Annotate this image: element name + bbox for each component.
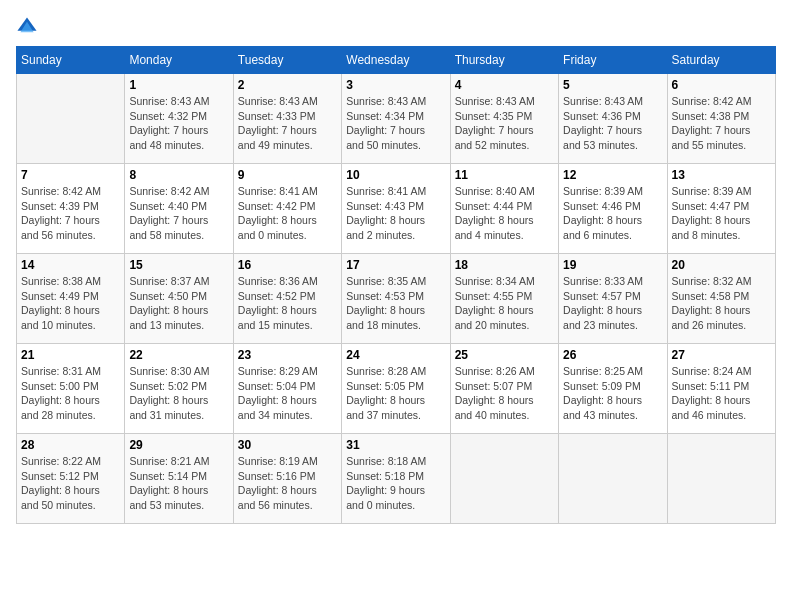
day-info: Sunrise: 8:39 AMSunset: 4:46 PMDaylight:… bbox=[563, 184, 662, 243]
day-number: 25 bbox=[455, 348, 554, 362]
day-info: Sunrise: 8:35 AMSunset: 4:53 PMDaylight:… bbox=[346, 274, 445, 333]
calendar-table: SundayMondayTuesdayWednesdayThursdayFrid… bbox=[16, 46, 776, 524]
day-header-friday: Friday bbox=[559, 47, 667, 74]
day-header-tuesday: Tuesday bbox=[233, 47, 341, 74]
calendar-week-row: 7Sunrise: 8:42 AMSunset: 4:39 PMDaylight… bbox=[17, 164, 776, 254]
logo bbox=[16, 16, 42, 38]
day-number: 3 bbox=[346, 78, 445, 92]
calendar-cell: 7Sunrise: 8:42 AMSunset: 4:39 PMDaylight… bbox=[17, 164, 125, 254]
day-number: 16 bbox=[238, 258, 337, 272]
day-number: 5 bbox=[563, 78, 662, 92]
day-info: Sunrise: 8:43 AMSunset: 4:33 PMDaylight:… bbox=[238, 94, 337, 153]
day-number: 10 bbox=[346, 168, 445, 182]
day-number: 15 bbox=[129, 258, 228, 272]
day-info: Sunrise: 8:43 AMSunset: 4:36 PMDaylight:… bbox=[563, 94, 662, 153]
calendar-cell bbox=[17, 74, 125, 164]
day-number: 13 bbox=[672, 168, 771, 182]
day-info: Sunrise: 8:19 AMSunset: 5:16 PMDaylight:… bbox=[238, 454, 337, 513]
calendar-week-row: 28Sunrise: 8:22 AMSunset: 5:12 PMDayligh… bbox=[17, 434, 776, 524]
day-header-saturday: Saturday bbox=[667, 47, 775, 74]
day-number: 19 bbox=[563, 258, 662, 272]
day-number: 20 bbox=[672, 258, 771, 272]
day-header-sunday: Sunday bbox=[17, 47, 125, 74]
calendar-cell: 21Sunrise: 8:31 AMSunset: 5:00 PMDayligh… bbox=[17, 344, 125, 434]
day-info: Sunrise: 8:43 AMSunset: 4:32 PMDaylight:… bbox=[129, 94, 228, 153]
calendar-cell: 12Sunrise: 8:39 AMSunset: 4:46 PMDayligh… bbox=[559, 164, 667, 254]
calendar-cell bbox=[559, 434, 667, 524]
calendar-cell: 2Sunrise: 8:43 AMSunset: 4:33 PMDaylight… bbox=[233, 74, 341, 164]
day-info: Sunrise: 8:43 AMSunset: 4:34 PMDaylight:… bbox=[346, 94, 445, 153]
day-number: 1 bbox=[129, 78, 228, 92]
day-info: Sunrise: 8:39 AMSunset: 4:47 PMDaylight:… bbox=[672, 184, 771, 243]
day-number: 2 bbox=[238, 78, 337, 92]
day-info: Sunrise: 8:26 AMSunset: 5:07 PMDaylight:… bbox=[455, 364, 554, 423]
day-number: 4 bbox=[455, 78, 554, 92]
calendar-cell: 30Sunrise: 8:19 AMSunset: 5:16 PMDayligh… bbox=[233, 434, 341, 524]
calendar-cell: 15Sunrise: 8:37 AMSunset: 4:50 PMDayligh… bbox=[125, 254, 233, 344]
calendar-cell: 25Sunrise: 8:26 AMSunset: 5:07 PMDayligh… bbox=[450, 344, 558, 434]
day-number: 7 bbox=[21, 168, 120, 182]
day-info: Sunrise: 8:37 AMSunset: 4:50 PMDaylight:… bbox=[129, 274, 228, 333]
day-info: Sunrise: 8:31 AMSunset: 5:00 PMDaylight:… bbox=[21, 364, 120, 423]
day-number: 27 bbox=[672, 348, 771, 362]
calendar-cell: 6Sunrise: 8:42 AMSunset: 4:38 PMDaylight… bbox=[667, 74, 775, 164]
day-number: 26 bbox=[563, 348, 662, 362]
calendar-cell: 24Sunrise: 8:28 AMSunset: 5:05 PMDayligh… bbox=[342, 344, 450, 434]
calendar-week-row: 1Sunrise: 8:43 AMSunset: 4:32 PMDaylight… bbox=[17, 74, 776, 164]
day-info: Sunrise: 8:30 AMSunset: 5:02 PMDaylight:… bbox=[129, 364, 228, 423]
calendar-cell: 23Sunrise: 8:29 AMSunset: 5:04 PMDayligh… bbox=[233, 344, 341, 434]
day-header-thursday: Thursday bbox=[450, 47, 558, 74]
calendar-cell: 22Sunrise: 8:30 AMSunset: 5:02 PMDayligh… bbox=[125, 344, 233, 434]
calendar-cell: 18Sunrise: 8:34 AMSunset: 4:55 PMDayligh… bbox=[450, 254, 558, 344]
day-number: 8 bbox=[129, 168, 228, 182]
day-number: 24 bbox=[346, 348, 445, 362]
day-number: 29 bbox=[129, 438, 228, 452]
day-header-monday: Monday bbox=[125, 47, 233, 74]
day-number: 23 bbox=[238, 348, 337, 362]
calendar-week-row: 21Sunrise: 8:31 AMSunset: 5:00 PMDayligh… bbox=[17, 344, 776, 434]
calendar-header-row: SundayMondayTuesdayWednesdayThursdayFrid… bbox=[17, 47, 776, 74]
day-info: Sunrise: 8:22 AMSunset: 5:12 PMDaylight:… bbox=[21, 454, 120, 513]
day-number: 11 bbox=[455, 168, 554, 182]
day-info: Sunrise: 8:24 AMSunset: 5:11 PMDaylight:… bbox=[672, 364, 771, 423]
day-number: 9 bbox=[238, 168, 337, 182]
day-info: Sunrise: 8:41 AMSunset: 4:42 PMDaylight:… bbox=[238, 184, 337, 243]
day-number: 18 bbox=[455, 258, 554, 272]
calendar-cell: 31Sunrise: 8:18 AMSunset: 5:18 PMDayligh… bbox=[342, 434, 450, 524]
calendar-cell: 16Sunrise: 8:36 AMSunset: 4:52 PMDayligh… bbox=[233, 254, 341, 344]
logo-icon bbox=[16, 16, 38, 38]
day-info: Sunrise: 8:18 AMSunset: 5:18 PMDaylight:… bbox=[346, 454, 445, 513]
day-info: Sunrise: 8:29 AMSunset: 5:04 PMDaylight:… bbox=[238, 364, 337, 423]
calendar-cell: 29Sunrise: 8:21 AMSunset: 5:14 PMDayligh… bbox=[125, 434, 233, 524]
day-info: Sunrise: 8:32 AMSunset: 4:58 PMDaylight:… bbox=[672, 274, 771, 333]
day-header-wednesday: Wednesday bbox=[342, 47, 450, 74]
calendar-cell: 10Sunrise: 8:41 AMSunset: 4:43 PMDayligh… bbox=[342, 164, 450, 254]
day-number: 12 bbox=[563, 168, 662, 182]
day-info: Sunrise: 8:41 AMSunset: 4:43 PMDaylight:… bbox=[346, 184, 445, 243]
calendar-cell: 20Sunrise: 8:32 AMSunset: 4:58 PMDayligh… bbox=[667, 254, 775, 344]
day-info: Sunrise: 8:42 AMSunset: 4:40 PMDaylight:… bbox=[129, 184, 228, 243]
calendar-cell: 5Sunrise: 8:43 AMSunset: 4:36 PMDaylight… bbox=[559, 74, 667, 164]
day-number: 28 bbox=[21, 438, 120, 452]
day-info: Sunrise: 8:36 AMSunset: 4:52 PMDaylight:… bbox=[238, 274, 337, 333]
day-info: Sunrise: 8:28 AMSunset: 5:05 PMDaylight:… bbox=[346, 364, 445, 423]
calendar-cell: 26Sunrise: 8:25 AMSunset: 5:09 PMDayligh… bbox=[559, 344, 667, 434]
day-number: 14 bbox=[21, 258, 120, 272]
day-info: Sunrise: 8:42 AMSunset: 4:38 PMDaylight:… bbox=[672, 94, 771, 153]
day-info: Sunrise: 8:25 AMSunset: 5:09 PMDaylight:… bbox=[563, 364, 662, 423]
day-info: Sunrise: 8:34 AMSunset: 4:55 PMDaylight:… bbox=[455, 274, 554, 333]
day-info: Sunrise: 8:33 AMSunset: 4:57 PMDaylight:… bbox=[563, 274, 662, 333]
day-number: 30 bbox=[238, 438, 337, 452]
day-number: 6 bbox=[672, 78, 771, 92]
day-number: 31 bbox=[346, 438, 445, 452]
calendar-cell: 19Sunrise: 8:33 AMSunset: 4:57 PMDayligh… bbox=[559, 254, 667, 344]
day-number: 17 bbox=[346, 258, 445, 272]
calendar-cell: 3Sunrise: 8:43 AMSunset: 4:34 PMDaylight… bbox=[342, 74, 450, 164]
day-info: Sunrise: 8:43 AMSunset: 4:35 PMDaylight:… bbox=[455, 94, 554, 153]
calendar-week-row: 14Sunrise: 8:38 AMSunset: 4:49 PMDayligh… bbox=[17, 254, 776, 344]
day-info: Sunrise: 8:42 AMSunset: 4:39 PMDaylight:… bbox=[21, 184, 120, 243]
calendar-cell: 27Sunrise: 8:24 AMSunset: 5:11 PMDayligh… bbox=[667, 344, 775, 434]
calendar-cell: 28Sunrise: 8:22 AMSunset: 5:12 PMDayligh… bbox=[17, 434, 125, 524]
calendar-cell: 13Sunrise: 8:39 AMSunset: 4:47 PMDayligh… bbox=[667, 164, 775, 254]
calendar-cell bbox=[450, 434, 558, 524]
